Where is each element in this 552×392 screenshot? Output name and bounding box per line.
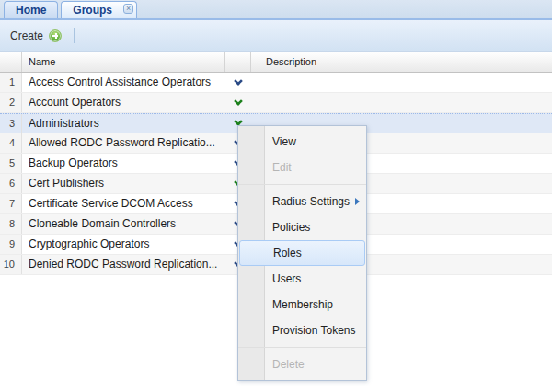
cell-group-name: Denied RODC Password Replication... [22, 255, 225, 274]
cell-group-name: Cert Publishers [22, 174, 225, 193]
toolbar-separator [74, 28, 75, 43]
menu-item-roles[interactable]: Roles [239, 240, 365, 266]
tab-home-label: Home [16, 4, 46, 17]
cell-group-name: Cryptographic Operators [22, 235, 225, 254]
create-button-label: Create [10, 29, 43, 42]
create-button[interactable]: Create [6, 27, 66, 45]
cell-group-name: Access Control Assistance Operators [22, 73, 225, 92]
grid-header: Name Description [0, 52, 552, 73]
row-actions-cell [225, 93, 251, 112]
row-number: 5 [0, 154, 22, 173]
cell-description [251, 73, 552, 92]
table-row[interactable]: 2 Account Operators [0, 93, 552, 113]
menu-item-delete: Delete [238, 352, 366, 377]
tab-groups-label: Groups [73, 4, 112, 17]
column-header-description[interactable]: Description [251, 52, 552, 72]
tab-groups[interactable]: Groups × [61, 1, 137, 18]
cell-group-name: Allowed RODC Password Replicatio... [22, 133, 225, 153]
menu-item-provision-tokens[interactable]: Provision Tokens [238, 317, 366, 343]
toolbar: Create [0, 20, 552, 52]
cell-group-name: Administrators [22, 114, 225, 133]
menu-separator [238, 347, 366, 348]
column-header-rownumber [0, 52, 22, 72]
row-number: 8 [0, 214, 22, 234]
row-number: 6 [0, 174, 22, 193]
cell-group-name: Cloneable Domain Controllers [22, 214, 225, 234]
chevron-down-icon[interactable] [234, 97, 243, 106]
tab-bar: Home Groups × [0, 0, 552, 20]
cell-description [251, 93, 552, 112]
cell-group-name: Account Operators [22, 93, 225, 112]
tab-home[interactable]: Home [4, 1, 58, 18]
menu-separator [238, 184, 366, 185]
row-number: 9 [0, 235, 22, 254]
row-number: 10 [0, 255, 22, 274]
cell-group-name: Backup Operators [22, 154, 225, 173]
chevron-down-icon[interactable] [234, 76, 243, 86]
close-icon[interactable]: × [123, 4, 133, 14]
column-header-name[interactable]: Name [22, 52, 225, 72]
row-number: 3 [0, 114, 22, 133]
row-number: 1 [0, 73, 22, 92]
menu-item-view[interactable]: View [238, 129, 366, 155]
menu-item-radius-settings-label: Radius Settings [272, 195, 350, 208]
submenu-arrow-icon [355, 198, 360, 205]
plus-icon [49, 29, 62, 42]
table-row[interactable]: 1 Access Control Assistance Operators [0, 73, 552, 93]
row-number: 4 [0, 133, 22, 153]
menu-item-membership[interactable]: Membership [238, 292, 366, 317]
context-menu: View Edit Radius Settings Policies Roles… [237, 125, 367, 381]
row-actions-cell [225, 73, 251, 92]
app-window: Home Groups × Create Name Description 1 … [0, 0, 552, 392]
column-header-actions [225, 52, 251, 72]
cell-group-name: Certificate Service DCOM Access [22, 194, 225, 213]
row-number: 2 [0, 93, 22, 112]
menu-item-policies[interactable]: Policies [238, 214, 366, 240]
menu-item-radius-settings[interactable]: Radius Settings [238, 189, 366, 214]
row-number: 7 [0, 194, 22, 213]
menu-item-edit: Edit [238, 155, 366, 180]
menu-item-users[interactable]: Users [238, 266, 366, 292]
